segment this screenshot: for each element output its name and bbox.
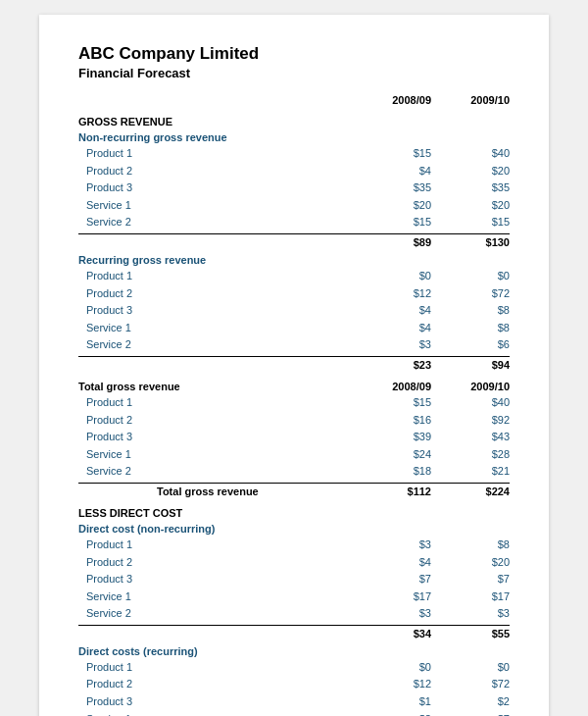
table-row: Product 3 $39 $43 [78,429,510,446]
less-direct-cost-title: LESS DIRECT COST [78,507,510,519]
table-row: Service 1 $3 $7 [78,711,510,716]
direct-costs-recurring-title: Direct costs (recurring) [78,645,510,657]
table-row: Product 2 $16 $92 [78,412,510,430]
non-recurring-total-row: $89 $130 [78,233,510,248]
direct-cost-non-recurring-title: Direct cost (non-recurring) [78,523,510,535]
table-row: Service 1 $4 $8 [78,320,510,337]
total-gross-revenue-row: Total gross revenue $112 $224 [78,483,510,497]
total-gross-revenue-title: Total gross revenue [78,381,353,392]
col-header-1: 2008/09 [353,94,431,106]
table-row: Product 3 $1 $2 [78,693,510,711]
table-row: Product 1 $15 $40 [78,394,510,412]
total-col-header-1: 2008/09 [353,381,431,392]
table-row: Product 1 $15 $40 [78,145,510,163]
company-name: ABC Company Limited [78,44,510,64]
non-recurring-title: Non-recurring gross revenue [78,131,510,143]
table-row: Product 2 $4 $20 [78,554,510,572]
total-gross-revenue-header: Total gross revenue 2008/09 2009/10 [78,381,510,392]
column-headers: 2008/09 2009/10 [78,94,510,106]
table-row: Product 3 $4 $8 [78,302,510,320]
table-row: Product 1 $0 $0 [78,268,510,285]
table-row: Product 1 $0 $0 [78,659,510,677]
financial-forecast-page: ABC Company Limited Financial Forecast 2… [39,15,549,716]
table-row: Service 2 $3 $3 [78,605,510,623]
table-row: Product 3 $35 $35 [78,179,510,197]
table-row: Product 3 $7 $7 [78,571,510,588]
table-row: Service 2 $18 $21 [78,463,510,481]
table-row: Product 1 $3 $8 [78,537,510,554]
recurring-total-row: $23 $94 [78,356,510,371]
total-gross-label: Total gross revenue [78,486,353,497]
recurring-title: Recurring gross revenue [78,254,510,266]
table-row: Service 2 $3 $6 [78,336,510,354]
table-row: Product 2 $4 $20 [78,163,510,180]
direct-cost-non-recurring-total: $34 $55 [78,625,510,639]
report-title: Financial Forecast [78,66,510,80]
gross-revenue-title: GROSS REVENUE [78,116,510,128]
col-header-2: 2009/10 [431,94,510,106]
table-row: Product 2 $12 $72 [78,285,510,303]
table-row: Service 1 $24 $28 [78,446,510,464]
total-col-header-2: 2009/10 [431,381,510,392]
table-row: Service 1 $17 $17 [78,588,510,606]
table-row: Product 2 $12 $72 [78,676,510,693]
table-row: Service 1 $20 $20 [78,197,510,215]
table-row: Service 2 $15 $15 [78,214,510,231]
